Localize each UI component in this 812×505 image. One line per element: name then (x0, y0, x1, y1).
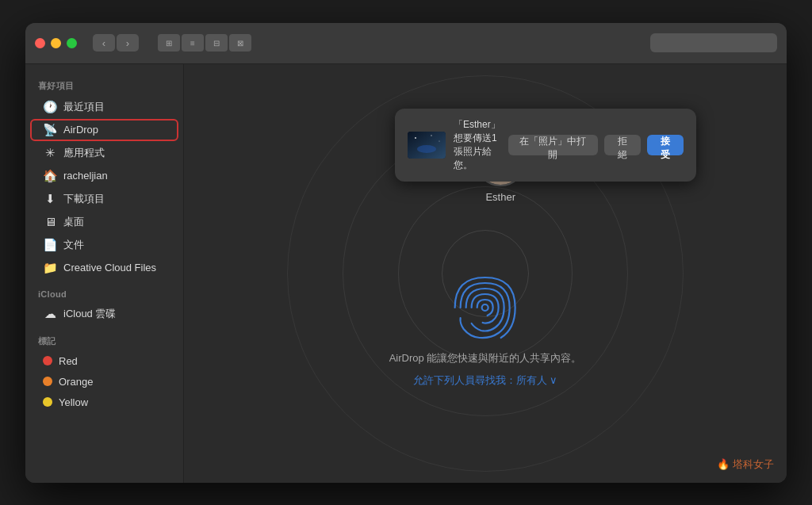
documents-icon: 📄 (43, 238, 57, 252)
airdrop-icon: 📡 (43, 123, 57, 137)
airdrop-fingerprint-icon (450, 272, 521, 343)
list-view-button[interactable]: ≡ (182, 34, 204, 52)
tag-yellow-dot (43, 397, 52, 407)
esther-name: Esther (485, 191, 515, 203)
allow-finder-dropdown[interactable]: 允許下列人員尋找我：所有人 ∨ (413, 373, 557, 388)
sidebar-item-recents[interactable]: 🕐 最近項目 (30, 96, 178, 118)
downloads-icon: ⬇ (43, 192, 57, 206)
tag-orange-dot (43, 377, 52, 386)
svg-point-15 (417, 145, 436, 153)
sidebar-item-tag-yellow[interactable]: Yellow (30, 392, 178, 412)
sidebar-item-tag-red[interactable]: Red (30, 351, 178, 371)
notification-title: 「Esther」想要傳送1張照片給您。 (454, 118, 500, 172)
thumbnail-image (408, 132, 446, 159)
sidebar-item-documents[interactable]: 📄 文件 (30, 234, 178, 256)
nav-buttons: ‹ › (93, 34, 139, 52)
tag-yellow-label: Yellow (59, 396, 88, 408)
home-icon: 🏠 (43, 169, 57, 183)
back-button[interactable]: ‹ (93, 34, 115, 52)
fullscreen-button[interactable] (67, 38, 77, 48)
recents-icon: 🕐 (43, 100, 57, 114)
minimize-button[interactable] (51, 38, 61, 48)
sidebar-item-home[interactable]: 🏠 racheljian (30, 165, 178, 187)
window-body: 喜好項目 🕐 最近項目 📡 AirDrop ✳ 應用程式 🏠 racheljia… (25, 64, 787, 483)
titlebar: ‹ › ⊞ ≡ ⊟ ⊠ (25, 23, 787, 64)
notification-actions: 在「照片」中打開 拒絕 接受 (508, 135, 684, 155)
sidebar-item-desktop[interactable]: 🖥 桌面 (30, 211, 178, 233)
applications-label: 應用程式 (63, 146, 105, 160)
tag-orange-label: Orange (59, 376, 93, 388)
icloud-label: iCloud 雲碟 (63, 307, 116, 321)
svg-point-12 (415, 137, 416, 139)
recents-label: 最近項目 (63, 100, 105, 114)
tags-section-label: 標記 (25, 326, 183, 350)
airdrop-notification: 「Esther」想要傳送1張照片給您。 在「照片」中打開 拒絕 接受 (395, 109, 696, 182)
icon-view-button[interactable]: ⊞ (158, 34, 180, 52)
svg-point-9 (482, 304, 488, 311)
watermark-text: 塔科女子 (733, 457, 774, 472)
view-buttons: ⊞ ≡ ⊟ ⊠ (158, 34, 251, 52)
sidebar-item-creative-cloud[interactable]: 📁 Creative Cloud Files (30, 257, 178, 279)
close-button[interactable] (35, 38, 45, 48)
column-view-button[interactable]: ⊟ (205, 34, 228, 52)
airdrop-center: AirDrop 能讓您快速與附近的人共享內容。 允許下列人員尋找我：所有人 ∨ (389, 272, 582, 388)
watermark-icon: 🔥 (717, 458, 730, 470)
notification-thumbnail (408, 132, 446, 159)
accept-button[interactable]: 接受 (647, 135, 684, 155)
tag-red-dot (43, 356, 52, 365)
desktop-label: 桌面 (63, 215, 84, 229)
sidebar-item-airdrop[interactable]: 📡 AirDrop (30, 119, 178, 141)
traffic-lights (35, 38, 77, 48)
sidebar: 喜好項目 🕐 最近項目 📡 AirDrop ✳ 應用程式 🏠 racheljia… (25, 64, 184, 483)
icloud-section-label: iCloud (25, 280, 183, 302)
svg-point-14 (439, 140, 440, 141)
sidebar-item-applications[interactable]: ✳ 應用程式 (30, 142, 178, 164)
sidebar-item-downloads[interactable]: ⬇ 下載項目 (30, 188, 178, 210)
creative-cloud-icon: 📁 (43, 261, 57, 275)
airdrop-label: AirDrop (63, 124, 98, 136)
finder-window: ‹ › ⊞ ≡ ⊟ ⊠ 喜好項目 🕐 最近項目 📡 AirDrop ✳ 應用 (25, 23, 787, 483)
gallery-view-button[interactable]: ⊠ (229, 34, 251, 52)
icloud-icon: ☁ (43, 307, 57, 321)
sidebar-item-tag-orange[interactable]: Orange (30, 372, 178, 392)
decline-button[interactable]: 拒絕 (604, 135, 641, 155)
tag-red-label: Red (59, 355, 78, 367)
svg-point-13 (431, 135, 432, 136)
desktop-icon: 🖥 (43, 215, 57, 228)
watermark: 🔥 塔科女子 (717, 457, 774, 472)
search-bar[interactable] (650, 33, 777, 52)
applications-icon: ✳ (43, 146, 57, 160)
creative-cloud-label: Creative Cloud Files (63, 262, 156, 274)
sidebar-item-icloud-drive[interactable]: ☁ iCloud 雲碟 (30, 303, 178, 325)
forward-button[interactable]: › (117, 34, 139, 52)
downloads-label: 下載項目 (63, 192, 105, 206)
allow-label: 允許下列人員尋找我：所有人 (413, 373, 547, 388)
notification-text: 「Esther」想要傳送1張照片給您。 (454, 118, 500, 172)
main-content: Esther (184, 64, 787, 483)
favorites-section-label: 喜好項目 (25, 71, 183, 95)
open-in-photos-button[interactable]: 在「照片」中打開 (508, 135, 598, 155)
chevron-down-icon: ∨ (550, 374, 557, 386)
airdrop-description: AirDrop 能讓您快速與附近的人共享內容。 (389, 351, 582, 365)
documents-label: 文件 (63, 238, 84, 252)
home-label: racheljian (63, 170, 108, 182)
